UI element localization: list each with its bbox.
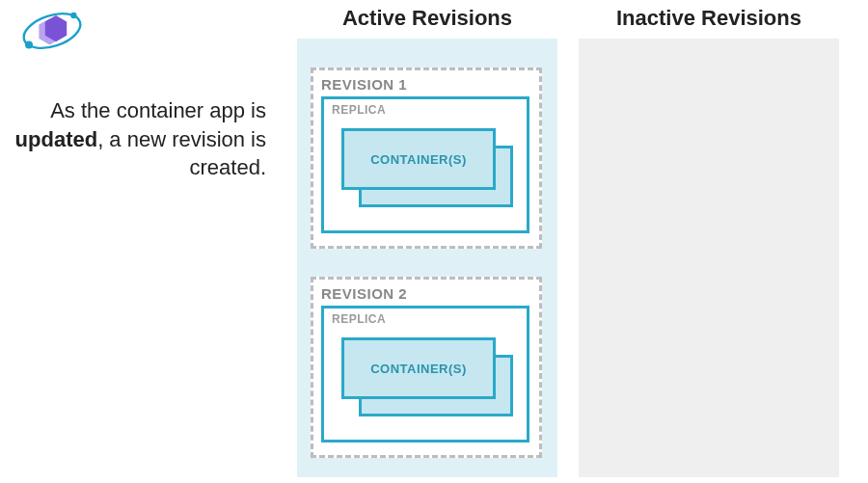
- inactive-revisions-column: [579, 39, 839, 477]
- description-post: , a new revision is created.: [97, 127, 266, 180]
- container-apps-logo: [17, 8, 87, 54]
- diagram-stage: { "description": { "pre": "As the contai…: [0, 0, 868, 483]
- revision-2-box: REVISION 2 REPLICA CONTAINER(S): [311, 277, 542, 458]
- revision-1-container-front: CONTAINER(S): [341, 128, 496, 190]
- description-pre: As the container app is: [50, 98, 266, 122]
- svg-point-2: [25, 40, 33, 48]
- revision-1-containers: CONTAINER(S): [338, 124, 517, 213]
- revision-2-replica: REPLICA CONTAINER(S): [321, 306, 529, 443]
- revision-2-container-label: CONTAINER(S): [370, 362, 467, 376]
- description-text: As the container app is updated, a new r…: [8, 96, 266, 182]
- revision-1-box: REVISION 1 REPLICA CONTAINER(S): [311, 67, 542, 249]
- revision-1-replica-label: REPLICA: [332, 103, 519, 117]
- revision-1-container-label: CONTAINER(S): [370, 152, 467, 167]
- revision-2-containers: CONTAINER(S): [338, 334, 517, 422]
- revision-2-container-front: CONTAINER(S): [341, 337, 496, 399]
- revision-1-replica: REPLICA CONTAINER(S): [321, 96, 529, 233]
- revision-1-label: REVISION 1: [321, 76, 531, 93]
- revision-2-replica-label: REPLICA: [332, 312, 519, 326]
- description-bold: updated: [15, 127, 98, 151]
- inactive-revisions-title: Inactive Revisions: [579, 6, 839, 31]
- revision-2-label: REVISION 2: [321, 285, 531, 302]
- active-revisions-column: REVISION 1 REPLICA CONTAINER(S) REVISION…: [297, 39, 557, 477]
- svg-point-1: [70, 13, 76, 18]
- active-revisions-title: Active Revisions: [297, 6, 557, 31]
